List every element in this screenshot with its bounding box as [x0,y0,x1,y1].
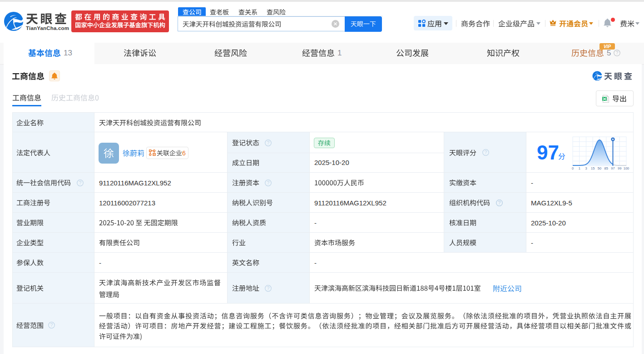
svg-text:VIP: VIP [604,44,611,49]
svg-text:?: ? [267,140,269,145]
svg-text:?: ? [267,285,269,291]
svg-text:?: ? [79,180,82,185]
svg-text:?: ? [616,50,619,55]
svg-text:?: ? [498,200,500,205]
svg-text:?: ? [267,180,269,185]
svg-text:?: ? [50,322,53,328]
svg-text:?: ? [484,150,487,155]
